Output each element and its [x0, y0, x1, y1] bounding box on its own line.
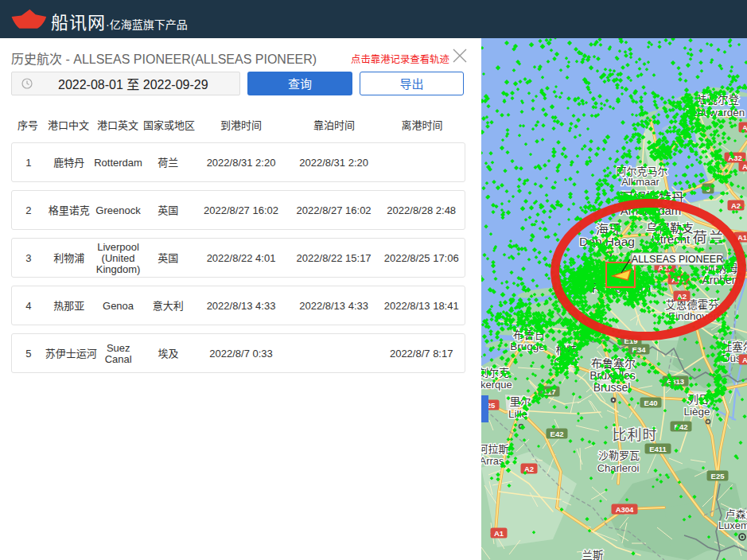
svg-text:A1: A1 — [737, 233, 747, 242]
svg-text:E42: E42 — [551, 430, 564, 438]
svg-text:A304: A304 — [616, 505, 634, 514]
svg-text:Liège: Liège — [683, 402, 710, 418]
svg-text:A1: A1 — [742, 162, 747, 171]
svg-text:E25: E25 — [711, 472, 726, 480]
svg-text:比利时: 比利时 — [613, 423, 658, 444]
svg-text:兰斯: 兰斯 — [582, 546, 604, 560]
svg-text:Charleroi: Charleroi — [597, 460, 640, 475]
svg-text:E40: E40 — [644, 399, 658, 407]
svg-text:ALLSEAS PIONEER: ALLSEAS PIONEER — [632, 254, 723, 265]
svg-text:E411: E411 — [649, 445, 667, 453]
svg-text:A2: A2 — [731, 201, 741, 210]
svg-text:A1: A1 — [494, 529, 504, 538]
svg-text:A3: A3 — [742, 356, 747, 364]
svg-text:Luxemb: Luxemb — [718, 517, 747, 532]
